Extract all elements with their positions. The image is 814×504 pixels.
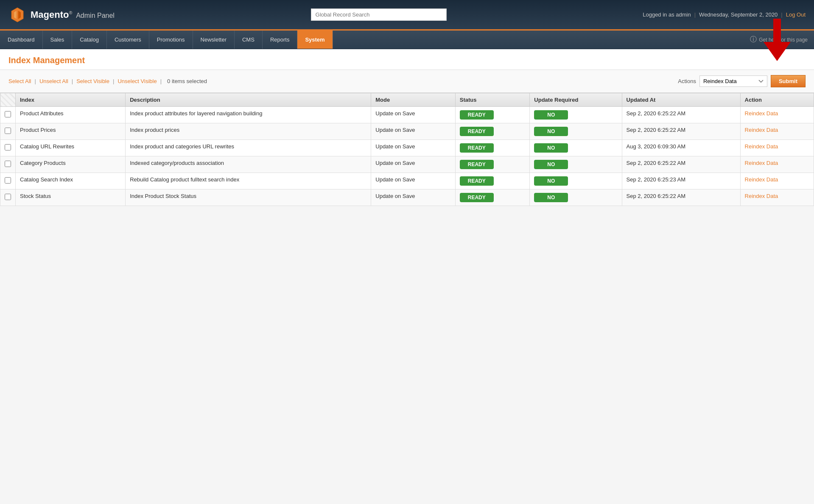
cell-action: Reindex Data	[740, 156, 814, 173]
cell-action: Reindex Data	[740, 107, 814, 123]
cell-updated-at: Sep 2, 2020 6:25:22 AM	[622, 123, 740, 140]
logged-in-text: Logged in as admin	[643, 11, 691, 18]
cell-updated-at: Sep 2, 2020 6:25:22 AM	[622, 189, 740, 206]
cell-updated-at: Sep 2, 2020 6:25:22 AM	[622, 107, 740, 123]
submit-button[interactable]: Submit	[771, 75, 806, 87]
row-checkbox[interactable]	[5, 144, 11, 150]
col-header-updated-at: Updated At	[622, 93, 740, 107]
magento-logo-icon	[8, 6, 26, 24]
table-row: Product Attributes Index product attribu…	[0, 107, 814, 123]
col-header-mode: Mode	[371, 93, 456, 107]
logo-text: Magento® Admin Panel	[31, 9, 115, 20]
cell-description: Index product attributes for layered nav…	[126, 107, 371, 123]
cell-status: READY	[455, 107, 530, 123]
row-checkbox[interactable]	[5, 177, 11, 184]
cell-update-required: NO	[530, 140, 622, 156]
nav-item-reports[interactable]: Reports	[263, 31, 298, 49]
nav-item-customers[interactable]: Customers	[107, 31, 149, 49]
unselect-visible-link[interactable]: Unselect Visible	[117, 78, 157, 84]
cell-mode: Update on Save	[371, 123, 456, 140]
reindex-data-link[interactable]: Reindex Data	[745, 127, 778, 133]
nav-item-system[interactable]: System	[297, 31, 333, 49]
nav-item-dashboard[interactable]: Dashboard	[0, 31, 43, 49]
status-badge: READY	[460, 193, 494, 202]
reindex-data-link[interactable]: Reindex Data	[745, 193, 778, 199]
svg-rect-3	[17, 10, 18, 19]
cell-status: READY	[455, 189, 530, 206]
cell-action: Reindex Data	[740, 123, 814, 140]
items-selected-text: 0 items selected	[167, 78, 207, 84]
table-row: Catalog Search Index Rebuild Catalog pro…	[0, 173, 814, 189]
cell-action: Reindex Data	[740, 173, 814, 189]
cell-mode: Update on Save	[371, 156, 456, 173]
actions-area: Actions Reindex Data Submit	[678, 75, 806, 87]
update-required-badge: NO	[534, 110, 568, 120]
update-required-badge: NO	[534, 143, 568, 153]
status-badge: READY	[460, 110, 494, 120]
cell-description: Index product prices	[126, 123, 371, 140]
col-header-update-required: Update Required	[530, 93, 622, 107]
nav-item-catalog[interactable]: Catalog	[72, 31, 107, 49]
nav-item-cms[interactable]: CMS	[235, 31, 263, 49]
nav-item-promotions[interactable]: Promotions	[149, 31, 193, 49]
index-table: Index Description Mode Status Update Req…	[0, 93, 814, 206]
sep-1: |	[34, 78, 36, 84]
nav-item-sales[interactable]: Sales	[43, 31, 73, 49]
nav-item-newsletter[interactable]: Newsletter	[193, 31, 235, 49]
cell-mode: Update on Save	[371, 173, 456, 189]
col-header-status: Status	[455, 93, 530, 107]
sep-4: |	[160, 78, 162, 84]
row-checkbox[interactable]	[5, 111, 11, 117]
cell-status: READY	[455, 173, 530, 189]
search-input[interactable]	[311, 8, 447, 21]
row-checkbox[interactable]	[5, 128, 11, 134]
table-row: Product Prices Index product prices Upda…	[0, 123, 814, 140]
update-required-badge: NO	[534, 193, 568, 202]
help-area: ⓘ Get help for this page	[744, 31, 814, 49]
unselect-all-link[interactable]: Unselect All	[39, 78, 68, 84]
help-text[interactable]: Get help for this page	[759, 37, 808, 43]
cell-description: Indexed category/products association	[126, 156, 371, 173]
reindex-data-link[interactable]: Reindex Data	[745, 176, 778, 183]
row-checkbox-cell	[0, 123, 16, 140]
reindex-data-link[interactable]: Reindex Data	[745, 143, 778, 150]
status-badge: READY	[460, 143, 494, 153]
sep-3: |	[113, 78, 114, 84]
sep-2: |	[72, 78, 73, 84]
header-right: Logged in as admin | Wednesday, Septembe…	[634, 11, 814, 18]
page-title: Index Management	[0, 49, 814, 70]
col-header-index: Index	[16, 93, 126, 107]
cell-update-required: NO	[530, 173, 622, 189]
logo-area: Magento® Admin Panel	[0, 6, 123, 24]
select-visible-link[interactable]: Select Visible	[76, 78, 109, 84]
col-header-checkbox	[0, 93, 16, 107]
actions-label: Actions	[678, 78, 696, 84]
cell-index: Catalog Search Index	[16, 173, 126, 189]
cell-updated-at: Aug 3, 2020 6:09:30 AM	[622, 140, 740, 156]
reindex-data-link[interactable]: Reindex Data	[745, 110, 778, 117]
cell-status: READY	[455, 156, 530, 173]
cell-update-required: NO	[530, 107, 622, 123]
row-checkbox-cell	[0, 140, 16, 156]
status-badge: READY	[460, 127, 494, 136]
row-checkbox[interactable]	[5, 161, 11, 167]
search-area	[123, 8, 634, 21]
cell-index: Product Prices	[16, 123, 126, 140]
cell-action: Reindex Data	[740, 140, 814, 156]
select-all-link[interactable]: Select All	[8, 78, 31, 84]
row-checkbox-cell	[0, 189, 16, 206]
reindex-data-link[interactable]: Reindex Data	[745, 160, 778, 166]
actions-select[interactable]: Reindex Data	[699, 75, 767, 87]
cell-update-required: NO	[530, 156, 622, 173]
row-checkbox[interactable]	[5, 194, 11, 200]
cell-action: Reindex Data	[740, 189, 814, 206]
cell-index: Catalog URL Rewrites	[16, 140, 126, 156]
cell-description: Rebuild Catalog product fulltext search …	[126, 173, 371, 189]
toolbar: Select All | Unselect All | Select Visib…	[0, 70, 814, 93]
update-required-badge: NO	[534, 160, 568, 169]
row-checkbox-cell	[0, 107, 16, 123]
logout-link[interactable]: Log Out	[786, 11, 806, 18]
row-checkbox-cell	[0, 173, 16, 189]
cell-description: Index Product Stock Status	[126, 189, 371, 206]
page-content: Index Management Select All | Unselect A…	[0, 49, 814, 206]
